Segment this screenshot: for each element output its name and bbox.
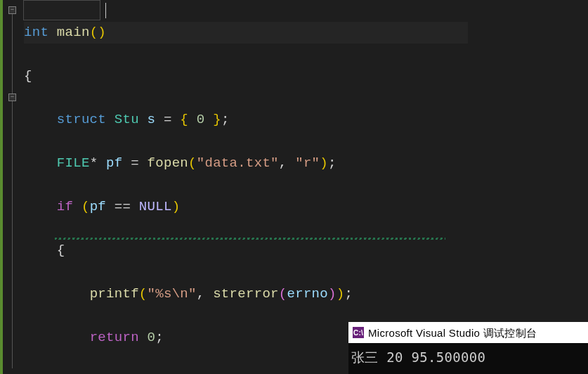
console-titlebar[interactable]: C:\ Microsoft Visual Studio 调试控制台 [348,322,588,343]
fold-toggle[interactable]: − [8,6,16,14]
fold-guide [12,14,13,98]
code-line[interactable]: struct Stu s = { 0 }; [24,109,468,131]
code-line[interactable]: int main() [24,22,468,44]
code-line[interactable]: FILE* pf = fopen("data.txt", "r"); [24,153,468,174]
code-area[interactable]: int main() { struct Stu s = { 0 }; FILE*… [24,0,468,374]
code-line[interactable]: if (pf == NULL) [24,196,468,218]
visual-studio-icon: C:\ [353,327,364,338]
code-line[interactable]: { [24,65,468,87]
code-line[interactable]: printf("%s\n", strerror(errno)); [24,283,468,305]
warning-squiggle [55,238,445,240]
console-output: 张三 20 95.500000 [348,343,588,374]
code-line[interactable]: { [24,240,468,262]
fold-toggle[interactable]: − [8,94,16,101]
console-title-text: Microsoft Visual Studio 调试控制台 [368,322,537,344]
fold-guide [12,101,13,368]
gutter: − − [3,0,22,374]
code-editor[interactable]: − − int main() { struct Stu s = { 0 }; F… [0,0,588,374]
debug-console-window[interactable]: C:\ Microsoft Visual Studio 调试控制台 张三 20 … [348,322,588,374]
